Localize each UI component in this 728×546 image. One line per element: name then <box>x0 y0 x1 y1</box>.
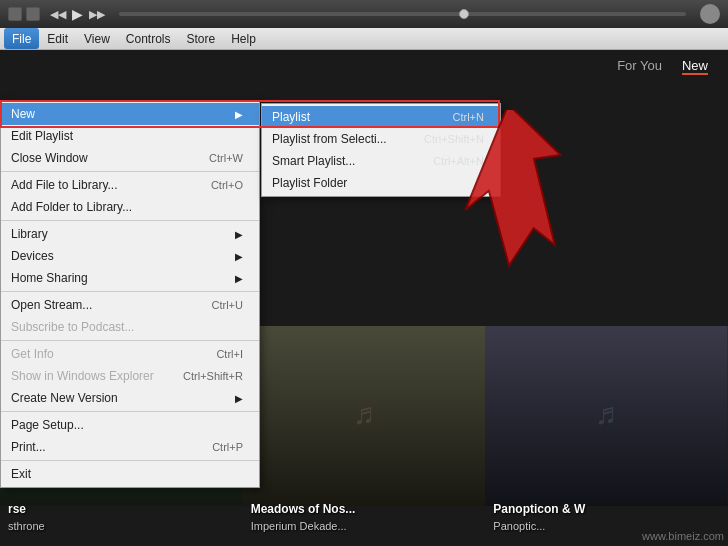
open-stream-shortcut: Ctrl+U <box>212 299 243 311</box>
submenu-playlist-selection[interactable]: Playlist from Selecti... Ctrl+Shift+N <box>262 128 500 150</box>
menu-item-get-info[interactable]: Get Info Ctrl+I <box>1 343 259 365</box>
minimize-button[interactable] <box>8 7 22 21</box>
tab-new[interactable]: New <box>682 58 708 75</box>
menu-item-exit[interactable]: Exit <box>1 463 259 485</box>
exit-label: Exit <box>11 467 243 481</box>
album-artist-2: Imperium Dekade... <box>251 520 347 532</box>
menu-item-create-version[interactable]: Create New Version ▶ <box>1 387 259 409</box>
show-explorer-shortcut: Ctrl+Shift+R <box>183 370 243 382</box>
show-explorer-label: Show in Windows Explorer <box>11 369 163 383</box>
watermark: www.bimeiz.com <box>642 530 724 542</box>
progress-bar[interactable] <box>119 12 686 16</box>
album-title-3: Panopticon & W <box>493 502 585 516</box>
menu-store[interactable]: Store <box>179 28 224 49</box>
get-info-shortcut: Ctrl+I <box>216 348 243 360</box>
tab-foryou[interactable]: For You <box>617 58 662 75</box>
menu-item-library[interactable]: Library ▶ <box>1 223 259 245</box>
home-sharing-label: Home Sharing <box>11 271 231 285</box>
subscribe-podcast-label: Subscribe to Podcast... <box>11 320 243 334</box>
divider-4 <box>1 340 259 341</box>
menu-item-add-folder[interactable]: Add Folder to Library... <box>1 196 259 218</box>
album-artist-1: sthrone <box>8 520 45 532</box>
menu-item-open-stream[interactable]: Open Stream... Ctrl+U <box>1 294 259 316</box>
library-label: Library <box>11 227 231 241</box>
edit-playlist-label: Edit Playlist <box>11 129 243 143</box>
menu-item-subscribe-podcast[interactable]: Subscribe to Podcast... <box>1 316 259 338</box>
menu-edit[interactable]: Edit <box>39 28 76 49</box>
title-bar: ◀◀ ▶ ▶▶ <box>0 0 728 28</box>
svg-text:♬: ♬ <box>353 397 376 430</box>
menu-item-new[interactable]: New ▶ Playlist Ctrl+N Playlist from Sele… <box>1 103 259 125</box>
submenu-selection-shortcut: Ctrl+Shift+N <box>424 133 484 145</box>
menu-controls[interactable]: Controls <box>118 28 179 49</box>
menu-item-devices[interactable]: Devices ▶ <box>1 245 259 267</box>
devices-arrow: ▶ <box>235 251 243 262</box>
account-avatar[interactable] <box>700 4 720 24</box>
album-title-1: rse <box>8 502 26 516</box>
divider-2 <box>1 220 259 221</box>
menu-item-add-file[interactable]: Add File to Library... Ctrl+O <box>1 174 259 196</box>
page-setup-label: Page Setup... <box>11 418 243 432</box>
open-stream-label: Open Stream... <box>11 298 192 312</box>
menu-file[interactable]: File <box>4 28 39 49</box>
devices-label: Devices <box>11 249 231 263</box>
new-submenu: Playlist Ctrl+N Playlist from Selecti...… <box>261 103 501 197</box>
divider-1 <box>1 171 259 172</box>
play-button[interactable]: ▶ <box>72 6 83 22</box>
menu-item-page-setup[interactable]: Page Setup... <box>1 414 259 436</box>
submenu-folder-label: Playlist Folder <box>272 176 464 190</box>
submenu-smart-label: Smart Playlist... <box>272 154 413 168</box>
close-window-label: Close Window <box>11 151 189 165</box>
prev-button[interactable]: ◀◀ <box>50 8 66 21</box>
print-shortcut: Ctrl+P <box>212 441 243 453</box>
close-window-shortcut: Ctrl+W <box>209 152 243 164</box>
transport-controls: ◀◀ ▶ ▶▶ <box>50 6 105 22</box>
svg-text:♬: ♬ <box>595 397 618 430</box>
file-menu-panel: New ▶ Playlist Ctrl+N Playlist from Sele… <box>0 100 260 488</box>
menu-item-print[interactable]: Print... Ctrl+P <box>1 436 259 458</box>
album-title-2: Meadows of Nos... <box>251 502 356 516</box>
file-dropdown: New ▶ Playlist Ctrl+N Playlist from Sele… <box>0 100 260 488</box>
menu-view[interactable]: View <box>76 28 118 49</box>
album-card-2[interactable]: ♬ Meadows of Nos... Imperium Dekade... <box>243 326 486 546</box>
menu-item-close-window[interactable]: Close Window Ctrl+W <box>1 147 259 169</box>
divider-3 <box>1 291 259 292</box>
get-info-label: Get Info <box>11 347 196 361</box>
menu-new-label: New <box>11 107 231 121</box>
progress-thumb[interactable] <box>459 9 469 19</box>
create-version-label: Create New Version <box>11 391 231 405</box>
account-area <box>700 4 720 24</box>
submenu-selection-label: Playlist from Selecti... <box>272 132 404 146</box>
album-card-3[interactable]: ♬ Panopticon & W Panoptic... <box>485 326 728 546</box>
menu-bar: File Edit View Controls Store Help <box>0 28 728 50</box>
divider-5 <box>1 411 259 412</box>
submenu-playlist[interactable]: Playlist Ctrl+N <box>262 106 500 128</box>
add-file-shortcut: Ctrl+O <box>211 179 243 191</box>
library-arrow: ▶ <box>235 229 243 240</box>
print-label: Print... <box>11 440 192 454</box>
add-folder-label: Add Folder to Library... <box>11 200 243 214</box>
divider-6 <box>1 460 259 461</box>
add-file-label: Add File to Library... <box>11 178 191 192</box>
album-art-3: ♬ <box>485 326 728 506</box>
home-sharing-arrow: ▶ <box>235 273 243 284</box>
submenu-smart-shortcut: Ctrl+Alt+N <box>433 155 484 167</box>
main-content: For You New ♬ rse sthrone <box>0 50 728 546</box>
submenu-smart-playlist[interactable]: Smart Playlist... Ctrl+Alt+N <box>262 150 500 172</box>
top-nav: For You New <box>617 58 708 75</box>
window-controls <box>8 7 40 21</box>
menu-help[interactable]: Help <box>223 28 264 49</box>
menu-item-show-explorer[interactable]: Show in Windows Explorer Ctrl+Shift+R <box>1 365 259 387</box>
menu-item-home-sharing[interactable]: Home Sharing ▶ <box>1 267 259 289</box>
menu-item-edit-playlist[interactable]: Edit Playlist <box>1 125 259 147</box>
create-version-arrow: ▶ <box>235 393 243 404</box>
submenu-playlist-label: Playlist <box>272 110 433 124</box>
maximize-button[interactable] <box>26 7 40 21</box>
submenu-playlist-shortcut: Ctrl+N <box>453 111 484 123</box>
next-button[interactable]: ▶▶ <box>89 8 105 21</box>
submenu-playlist-folder[interactable]: Playlist Folder <box>262 172 500 194</box>
album-artist-3: Panoptic... <box>493 520 545 532</box>
album-art-2: ♬ <box>243 326 486 506</box>
menu-new-arrow: ▶ <box>235 109 243 120</box>
